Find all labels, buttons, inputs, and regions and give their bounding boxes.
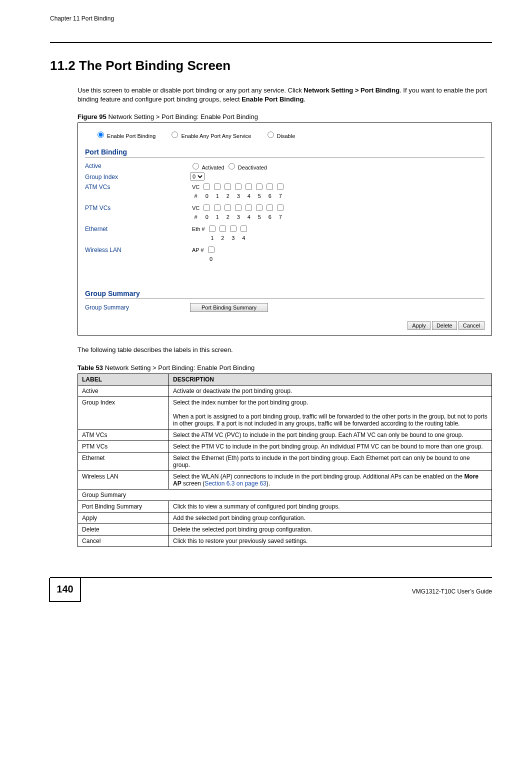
eth-2-checkbox[interactable] xyxy=(220,226,226,232)
atm-col-7: 7 xyxy=(275,192,286,200)
row-desc: Select the WLAN (AP) connections to incl… xyxy=(169,470,492,489)
eth-4-checkbox[interactable] xyxy=(240,226,247,232)
ethernet-label: Ethernet xyxy=(85,224,190,244)
atm-col-2: 2 xyxy=(222,192,233,200)
atm-vc-prefix: VC xyxy=(190,182,202,192)
radio-activated[interactable] xyxy=(192,163,199,170)
atm-vc-2-checkbox[interactable] xyxy=(224,184,231,190)
intro-bold-2: Enable Port Binding xyxy=(242,96,304,103)
table-row: Wireless LAN Select the WLAN (AP) connec… xyxy=(78,470,492,489)
eth-1-checkbox[interactable] xyxy=(209,226,216,232)
row-label: ATM VCs xyxy=(78,429,169,440)
figure-caption-text: Network Setting > Port Binding: Enable P… xyxy=(106,113,258,120)
ptm-vc-7-checkbox[interactable] xyxy=(277,204,284,211)
row-label: PTM VCs xyxy=(78,440,169,452)
row-label: Apply xyxy=(78,512,169,524)
intro-paragraph: Use this screen to enable or disable por… xyxy=(78,86,492,104)
table-row: Apply Add the selected port binding grou… xyxy=(78,512,492,524)
row-desc-post: ). xyxy=(266,480,270,487)
row-desc-mid: screen ( xyxy=(182,480,205,487)
table-row: ATM VCs Select the ATM VC (PVC) to inclu… xyxy=(78,429,492,440)
row-desc: Select the Ethernet (Eth) ports to inclu… xyxy=(169,452,492,470)
row-desc: Click this to view a summary of configur… xyxy=(169,500,492,512)
ptm-vc-3-checkbox[interactable] xyxy=(235,204,242,211)
radio-disable[interactable] xyxy=(268,132,274,138)
radio-enable-port-binding-label[interactable]: Enable Port Binding xyxy=(95,133,156,139)
table-caption: Table 53 Network Setting > Port Binding:… xyxy=(78,364,492,372)
row-desc: Select the PTM VC to include in the port… xyxy=(169,440,492,452)
active-label: Active xyxy=(85,162,190,170)
radio-enable-port-binding[interactable] xyxy=(98,132,104,138)
atm-vc-0-checkbox[interactable] xyxy=(204,184,210,190)
row-desc: Add the selected port binding group conf… xyxy=(169,512,492,524)
ptm-col-4: 4 xyxy=(244,212,254,222)
apply-button[interactable]: Apply xyxy=(408,321,430,330)
running-header: Chapter 11 Port Binding xyxy=(50,15,492,22)
wlan-grid: AP # 0 xyxy=(190,246,216,264)
atm-vc-grid: VC # 0 1 xyxy=(190,182,286,200)
action-buttons: Apply Delete Cancel xyxy=(85,321,484,330)
ptm-col-3: 3 xyxy=(233,212,244,222)
xref-link[interactable]: Section 6.3 on page 63 xyxy=(204,480,266,487)
atm-num-prefix: # xyxy=(190,192,202,200)
atm-col-4: 4 xyxy=(244,192,254,200)
eth-prefix: Eth # xyxy=(190,224,207,234)
header-rule xyxy=(50,42,492,43)
ptm-vc-1-checkbox[interactable] xyxy=(214,204,220,211)
footer-guide-name: VMG1312-T10C User’s Guide xyxy=(412,585,492,595)
table-row: PTM VCs Select the PTM VC to include in … xyxy=(78,440,492,452)
radio-activated-label[interactable]: Activated xyxy=(190,164,224,170)
wlan-prefix: AP # xyxy=(190,246,206,254)
table-header-label: LABEL xyxy=(78,374,169,385)
group-index-select[interactable]: 0 xyxy=(190,172,204,180)
atm-vc-7-checkbox[interactable] xyxy=(277,184,284,190)
ptm-vc-2-checkbox[interactable] xyxy=(224,204,231,211)
ptm-vc-5-checkbox[interactable] xyxy=(256,204,262,211)
group-index-label: Group Index xyxy=(85,172,190,180)
atm-col-3: 3 xyxy=(233,192,244,200)
figure-caption: Figure 95 Network Setting > Port Binding… xyxy=(78,113,492,120)
section-divider xyxy=(85,157,484,158)
page-footer: 140 VMG1312-T10C User’s Guide xyxy=(50,577,492,602)
row-full-label: Group Summary xyxy=(78,489,492,500)
intro-post: . xyxy=(304,96,306,103)
ptm-num-prefix: # xyxy=(190,212,202,222)
cancel-button[interactable]: Cancel xyxy=(458,321,484,330)
atm-vc-6-checkbox[interactable] xyxy=(266,184,273,190)
table-row: Cancel Click this to restore your previo… xyxy=(78,535,492,546)
radio-deactivated-label[interactable]: Deactivated xyxy=(226,164,267,170)
radio-deactivated[interactable] xyxy=(228,163,235,170)
radio-disable-text: Disable xyxy=(277,133,296,139)
radio-enable-port-binding-text: Enable Port Binding xyxy=(107,133,156,139)
atm-vc-1-checkbox[interactable] xyxy=(214,184,220,190)
atm-vc-5-checkbox[interactable] xyxy=(256,184,262,190)
atm-col-1: 1 xyxy=(212,192,222,200)
wlan-ap0-checkbox[interactable] xyxy=(208,246,214,253)
row-desc: Select the index number for the port bin… xyxy=(169,396,492,429)
atm-vc-3-checkbox[interactable] xyxy=(235,184,242,190)
eth-col-4: 4 xyxy=(238,234,249,242)
ptm-vc-0-checkbox[interactable] xyxy=(204,204,210,211)
eth-3-checkbox[interactable] xyxy=(230,226,236,232)
row-desc-pre: Select the WLAN (AP) connections to incl… xyxy=(173,473,464,480)
eth-col-1: 1 xyxy=(207,234,218,242)
row-label: Active xyxy=(78,385,169,396)
group-summary-section-title: Group Summary xyxy=(85,290,484,298)
ptm-vc-4-checkbox[interactable] xyxy=(246,204,252,211)
section-divider-2 xyxy=(85,298,484,299)
ptm-vc-6-checkbox[interactable] xyxy=(266,204,273,211)
port-binding-summary-button[interactable]: Port Binding Summary xyxy=(190,303,268,312)
table-header-description: DESCRIPTION xyxy=(169,374,492,385)
atm-vcs-label: ATM VCs xyxy=(85,182,190,202)
radio-deactivated-text: Deactivated xyxy=(238,164,267,170)
atm-vc-4-checkbox[interactable] xyxy=(246,184,252,190)
ptm-col-5: 5 xyxy=(254,212,264,222)
radio-any-port-label[interactable]: Enable Any Port Any Service xyxy=(169,133,251,139)
radio-disable-label[interactable]: Disable xyxy=(265,133,296,139)
group-summary-label: Group Summary xyxy=(85,303,190,312)
delete-button[interactable]: Delete xyxy=(432,321,457,330)
description-table: LABEL DESCRIPTION Active Activate or dea… xyxy=(78,374,492,547)
mode-radio-group: Enable Port Binding Enable Any Port Any … xyxy=(95,130,484,139)
radio-any-port[interactable] xyxy=(172,132,178,138)
row-desc: Delete the selected port binding group c… xyxy=(169,524,492,535)
